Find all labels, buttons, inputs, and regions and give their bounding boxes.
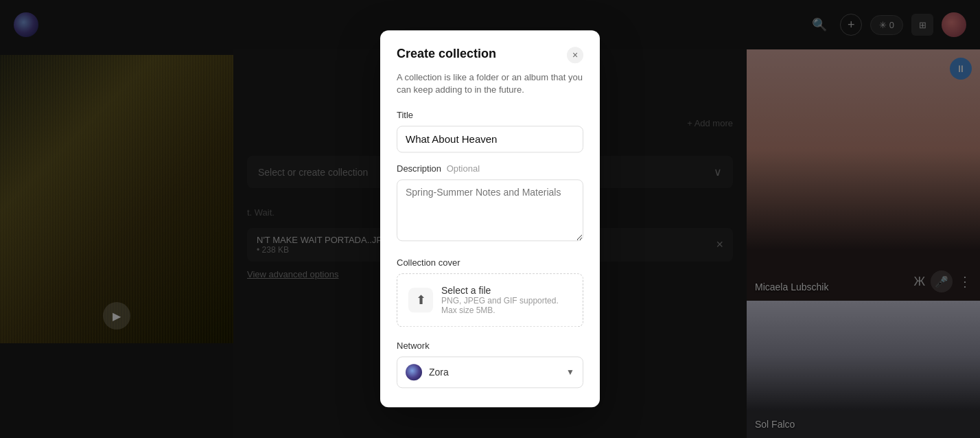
network-section: Network Zora ▼ [397,341,583,389]
title-input[interactable] [397,126,583,153]
network-select-left: Zora [406,365,449,381]
modal-title: Create collection [397,47,496,61]
cover-upload-text: Select a file PNG, JPEG and GIF supporte… [441,286,572,316]
description-textarea[interactable] [397,180,583,242]
upload-icon: ⬆ [408,288,433,313]
description-field-label: Description Optional [397,164,583,174]
chevron-down-icon: ▼ [566,368,574,378]
cover-formats-text: PNG, JPEG and GIF supported. Max size 5M… [441,297,572,316]
modal-description: A collection is like a folder or an albu… [397,71,583,96]
title-field-label: Title [397,111,583,121]
create-collection-modal: Create collection × A collection is like… [380,30,600,407]
network-field-label: Network [397,341,583,351]
cover-upload-box[interactable]: ⬆ Select a file PNG, JPEG and GIF suppor… [397,274,583,327]
cover-field-label: Collection cover [397,258,583,268]
zora-network-logo [406,365,422,381]
modal-header: Create collection × [397,47,583,63]
modal-close-button[interactable]: × [567,47,583,63]
network-dropdown[interactable]: Zora ▼ [397,357,583,389]
select-file-label: Select a file [441,286,572,297]
network-name-text: Zora [429,367,449,378]
cover-section: Collection cover ⬆ Select a file PNG, JP… [397,258,583,327]
optional-label: Optional [447,164,480,174]
